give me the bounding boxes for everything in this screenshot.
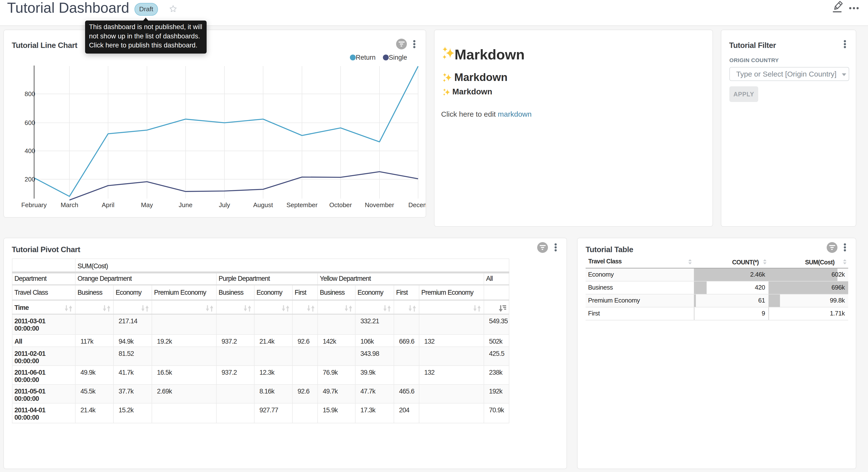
svg-text:September: September: [286, 201, 318, 209]
svg-text:November: November: [365, 201, 394, 209]
svg-text:March: March: [61, 201, 78, 209]
svg-text:May: May: [141, 201, 153, 209]
svg-text:December: December: [408, 201, 426, 209]
svg-text:February: February: [21, 201, 47, 209]
svg-text:600: 600: [25, 119, 35, 126]
svg-text:July: July: [219, 201, 230, 209]
svg-text:800: 800: [25, 90, 35, 97]
svg-text:June: June: [179, 201, 192, 209]
svg-text:August: August: [253, 201, 273, 209]
svg-text:200: 200: [25, 176, 35, 183]
svg-text:400: 400: [25, 147, 35, 154]
svg-text:April: April: [102, 201, 115, 209]
svg-text:October: October: [329, 201, 352, 209]
